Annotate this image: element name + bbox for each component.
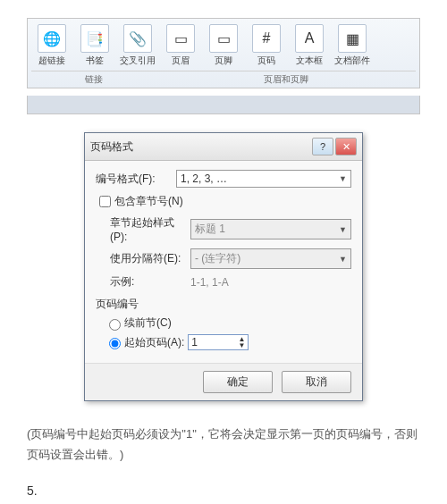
ribbon-label: 交叉引用 xyxy=(120,55,156,67)
start-at-label: 起始页码(A): xyxy=(124,335,184,350)
continue-label: 续前节(C) xyxy=(124,315,172,331)
ribbon-items: 🌐超链接 📑书签 📎交叉引用 ▭页眉 ▭页脚 #页码 A文本框 ▦文档部件 xyxy=(31,24,416,67)
format-label: 编号格式(F): xyxy=(96,172,176,187)
ribbon-group-links: 链接 xyxy=(31,71,156,88)
ribbon-parts[interactable]: ▦文档部件 xyxy=(332,24,373,67)
ribbon-label: 文档部件 xyxy=(334,55,370,67)
globe-icon: 🌐 xyxy=(38,24,66,53)
start-at-radio[interactable] xyxy=(109,338,121,349)
header-icon: ▭ xyxy=(166,24,195,53)
ribbon-textbox[interactable]: A文本框 xyxy=(289,24,330,67)
ribbon-pagenum[interactable]: #页码 xyxy=(246,24,287,67)
separator-select: - (连字符)▼ xyxy=(190,248,351,269)
ribbon-hyperlink[interactable]: 🌐超链接 xyxy=(31,24,72,67)
ribbon-header[interactable]: ▭页眉 xyxy=(160,24,201,67)
cancel-button[interactable]: 取消 xyxy=(282,371,351,393)
ribbon-label: 超链接 xyxy=(38,55,65,67)
crossref-icon: 📎 xyxy=(123,24,152,53)
ribbon-group-headerfooter: 页眉和页脚 xyxy=(156,71,416,88)
example-label: 示例: xyxy=(110,274,190,290)
dialog-titlebar: 页码格式 ? ✕ xyxy=(85,133,362,161)
bookmark-icon: 📑 xyxy=(80,24,109,53)
ok-button[interactable]: 确定 xyxy=(203,371,273,393)
chevron-down-icon: ▼ xyxy=(339,174,347,183)
ribbon-label: 文本框 xyxy=(296,55,323,67)
note-text-1: (页码编号中起始页码必须设为"1"，它将会决定显示第一页的页码编号，否则页码设置… xyxy=(27,424,420,466)
ribbon-footer[interactable]: ▭页脚 xyxy=(203,24,244,67)
ribbon-bookmark[interactable]: 📑书签 xyxy=(74,24,115,67)
close-button[interactable]: ✕ xyxy=(335,138,357,155)
parts-icon: ▦ xyxy=(338,24,367,53)
dialog-title: 页码格式 xyxy=(90,139,310,155)
ribbon-crossref[interactable]: 📎交叉引用 xyxy=(117,24,158,67)
pagenum-icon: # xyxy=(252,24,281,53)
document-area xyxy=(27,96,420,114)
help-button[interactable]: ? xyxy=(312,138,333,155)
ribbon: 🌐超链接 📑书签 📎交叉引用 ▭页眉 ▭页脚 #页码 A文本框 ▦文档部件 链接… xyxy=(27,18,420,88)
continue-radio[interactable] xyxy=(109,319,121,331)
separator-label: 使用分隔符(E): xyxy=(110,251,190,266)
chevron-down-icon: ▼ xyxy=(339,225,347,234)
step-number: 5. xyxy=(27,483,420,498)
ribbon-label: 页码 xyxy=(257,55,275,67)
ribbon-label: 页眉 xyxy=(172,55,190,67)
textbox-icon: A xyxy=(295,24,324,53)
chapter-style-label: 章节起始样式(P): xyxy=(110,215,190,243)
include-chapter-label: 包含章节号(N) xyxy=(114,194,183,209)
chapter-style-select: 标题 1▼ xyxy=(190,219,351,239)
example-value: 1-1, 1-A xyxy=(190,276,229,289)
ribbon-label: 书签 xyxy=(86,55,104,67)
ribbon-label: 页脚 xyxy=(215,55,232,67)
start-at-spinner[interactable]: 1▲▼ xyxy=(188,334,249,350)
format-select[interactable]: 1, 2, 3, …▼ xyxy=(176,170,351,188)
numbering-title: 页码编号 xyxy=(96,297,351,312)
footer-icon: ▭ xyxy=(209,24,238,53)
include-chapter-checkbox[interactable] xyxy=(99,196,111,207)
spinner-arrows-icon: ▲▼ xyxy=(238,336,245,349)
page-number-format-dialog: 页码格式 ? ✕ 编号格式(F): 1, 2, 3, …▼ 包含章节号(N) 章… xyxy=(84,132,363,401)
chevron-down-icon: ▼ xyxy=(339,255,347,264)
